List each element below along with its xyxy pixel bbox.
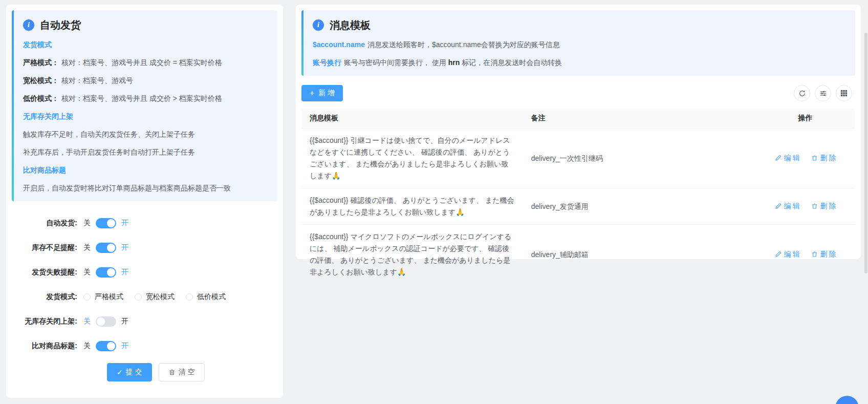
- compare-title-toggle[interactable]: [96, 341, 116, 351]
- radio-lowprice-mode[interactable]: 低价模式: [186, 292, 226, 302]
- col-header-template: 消息模板: [301, 109, 523, 129]
- submit-label: 提交: [126, 368, 144, 377]
- account-name-link: $account.name: [313, 40, 365, 49]
- note-cell: delivery_发货通用: [523, 188, 755, 225]
- section-heading-no-stock: 无库存关闭上架: [23, 112, 267, 121]
- columns-grid-icon: [840, 90, 848, 97]
- hrn-code: hrn: [448, 58, 460, 67]
- radio-strict-mode[interactable]: 严格模式: [83, 292, 123, 302]
- toolbar-icon-buttons: [794, 85, 852, 101]
- note-cell: delivery_辅助邮箱: [523, 225, 755, 285]
- refresh-button[interactable]: [794, 85, 810, 101]
- table-row: {{$account}} マイクロソフトのメールボックスにログインするには、 補…: [301, 225, 855, 285]
- add-button[interactable]: + 新增: [301, 85, 343, 101]
- note-cell: delivery_一次性引继码: [523, 129, 755, 188]
- switch-on-label: 开: [121, 342, 128, 351]
- edit-label: 编辑: [784, 152, 801, 164]
- template-cell: {{$account}} マイクロソフトのメールボックスにログインするには、 補…: [301, 225, 523, 285]
- form-row-auto-delivery: 自动发货: 关 开: [12, 216, 277, 231]
- edit-button[interactable]: 编辑: [775, 200, 800, 212]
- info-line-text: 核对：档案号、游戏号并且 成交价 > 档案实时价格: [61, 94, 222, 102]
- density-button[interactable]: [815, 85, 831, 101]
- form-row-compare-title: 比对商品标题: 关 开: [12, 338, 277, 354]
- switch-on-label: 开: [121, 268, 128, 277]
- message-template-table: 消息模板 备注 操作 {{$account}} 引継コードは使い捨てで、自分のメ…: [301, 109, 855, 285]
- scrollbar-track[interactable]: [864, 0, 868, 404]
- radio-label: 低价模式: [197, 292, 226, 302]
- plus-icon: +: [310, 89, 314, 97]
- panel-title: 消息模板: [330, 18, 371, 32]
- info-line-label: 低价模式：: [23, 94, 59, 102]
- edit-pencil-icon: [775, 251, 782, 258]
- table-toolbar: + 新增: [301, 85, 855, 101]
- info-line: 触发库存不足时，自动关闭发货任务、关闭上架子任务: [23, 130, 267, 139]
- floating-chat-button[interactable]: 13: [835, 396, 859, 404]
- form-label: 自动发货:: [12, 219, 77, 228]
- delete-label: 删除: [820, 248, 838, 260]
- radio-icon: [135, 293, 142, 301]
- info-line-text: 核对：档案号、游戏号: [61, 76, 133, 84]
- info-line: 低价模式：核对：档案号、游戏号并且 成交价 > 档案实时价格: [23, 94, 267, 103]
- edit-button[interactable]: 编辑: [775, 248, 800, 260]
- form-row-fail-alert: 发货失败提醒: 关 开: [12, 265, 277, 280]
- fail-alert-toggle[interactable]: [96, 267, 116, 278]
- table-row: {{$account}} 確認後の評価、 ありがとうございます、 また機会があり…: [301, 188, 855, 225]
- info-line-text: 账号与密码中间需要换行， 使用: [344, 58, 446, 67]
- info-icon: i: [23, 19, 34, 31]
- switch-on-label: 开: [121, 317, 128, 326]
- switch-off-label: 关: [83, 219, 91, 228]
- submit-button[interactable]: ✓ 提交: [107, 363, 152, 381]
- switch-on-label: 开: [121, 219, 128, 228]
- switch-off-label: 关: [83, 342, 91, 351]
- info-line-text: 核对：档案号、游戏号并且 成交价 = 档案实时价格: [61, 58, 222, 67]
- delete-button[interactable]: 删除: [811, 200, 836, 212]
- edit-label: 编辑: [784, 200, 801, 212]
- no-stock-close-toggle[interactable]: [96, 316, 116, 327]
- trash-icon: [168, 369, 176, 376]
- column-settings-button[interactable]: [836, 85, 852, 101]
- info-line: 严格模式：核对：档案号、游戏号并且 成交价 = 档案实时价格: [23, 58, 267, 68]
- switch-off-label: 关: [83, 268, 91, 277]
- page-title: 自动发货: [40, 18, 81, 32]
- message-template-info-box: i 消息模板 $account.name消息发送给顾客时，$account.na…: [301, 10, 855, 76]
- radio-label: 宽松模式: [146, 292, 175, 302]
- edit-button[interactable]: 编辑: [775, 152, 800, 164]
- table-row: {{$account}} 引継コードは使い捨てで、自分のメールアドレスなどをすぐ…: [301, 129, 855, 188]
- col-header-actions: 操作: [755, 109, 855, 129]
- radio-icon: [186, 293, 193, 301]
- delete-button[interactable]: 删除: [811, 248, 836, 260]
- radio-loose-mode[interactable]: 宽松模式: [135, 292, 175, 302]
- actions-cell: 编辑 删除: [755, 129, 855, 188]
- form-actions: ✓ 提交 清空: [107, 363, 277, 381]
- delete-button[interactable]: 删除: [811, 152, 836, 164]
- edit-pencil-icon: [775, 203, 782, 209]
- auto-delivery-toggle[interactable]: [96, 218, 116, 228]
- info-line: 开启后，自动发货时将比对订单商品标题与档案商品标题是否一致: [23, 183, 267, 193]
- info-line: 宽松模式：核对：档案号、游戏号: [23, 76, 267, 86]
- edit-pencil-icon: [775, 155, 782, 161]
- delete-trash-icon: [811, 203, 818, 209]
- stock-alert-toggle[interactable]: [96, 243, 116, 253]
- info-line-account-name: $account.name消息发送给顾客时，$account.name会替换为对…: [313, 40, 845, 50]
- add-label: 新增: [318, 89, 337, 98]
- form-row-delivery-mode: 发货模式: 严格模式 宽松模式 低价模式: [12, 289, 277, 305]
- radio-icon: [83, 293, 91, 301]
- template-cell: {{$account}} 引継コードは使い捨てで、自分のメールアドレスなどをすぐ…: [301, 129, 523, 188]
- auto-delivery-info-box: i 自动发货 发货模式 严格模式：核对：档案号、游戏号并且 成交价 = 档案实时…: [12, 10, 277, 201]
- section-heading-compare-title: 比对商品标题: [23, 165, 267, 175]
- auto-delivery-panel: i 自动发货 发货模式 严格模式：核对：档案号、游戏号并且 成交价 = 档案实时…: [6, 5, 283, 398]
- info-icon: i: [313, 19, 324, 31]
- edit-label: 编辑: [784, 248, 801, 260]
- message-template-title-row: i 消息模板: [313, 18, 845, 32]
- table-header-row: 消息模板 备注 操作: [301, 109, 855, 129]
- clear-button[interactable]: 清空: [159, 363, 205, 381]
- refresh-icon: [798, 90, 806, 97]
- scrollbar-thumb[interactable]: [864, 33, 867, 273]
- form-label: 发货失败提醒:: [12, 268, 77, 277]
- info-line-text: 开启后，自动发货时将比对订单商品标题与档案商品标题是否一致: [23, 184, 231, 192]
- auto-delivery-title-row: i 自动发货: [23, 18, 267, 32]
- actions-cell: 编辑 删除: [755, 188, 855, 225]
- density-icon: [819, 90, 827, 97]
- switch-on-label: 开: [121, 243, 128, 252]
- radio-label: 严格模式: [95, 292, 123, 302]
